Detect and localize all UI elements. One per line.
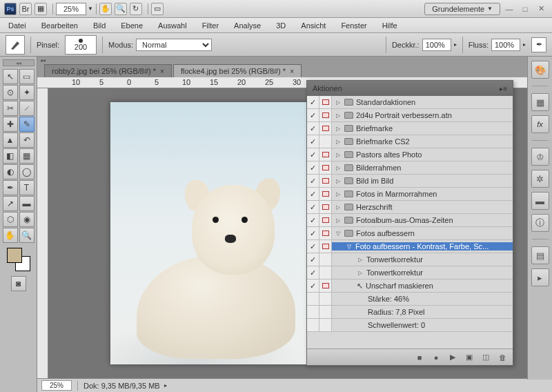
action-toggle[interactable]: ✓ xyxy=(307,266,319,279)
expand-icon[interactable]: ▽ xyxy=(346,244,353,250)
masks-panel-icon[interactable]: ✲ xyxy=(531,170,549,188)
history-panel-icon[interactable]: ▤ xyxy=(531,246,549,264)
expand-icon[interactable]: ▷ xyxy=(335,204,342,210)
action-dialog-toggle[interactable] xyxy=(319,319,332,331)
action-toggle[interactable]: ✓ xyxy=(307,253,319,266)
status-arrow-icon[interactable]: ▸ xyxy=(164,382,167,389)
screen-mode-icon[interactable]: ▭ xyxy=(151,3,164,15)
zoom-status-input[interactable] xyxy=(41,380,72,391)
flow-arrow-icon[interactable]: ▸ xyxy=(523,41,526,48)
new-action-button[interactable]: ◫ xyxy=(480,352,492,363)
type-tool[interactable]: T xyxy=(19,180,34,195)
action-row[interactable]: ✓▷Tonwertkorrektur xyxy=(307,266,513,280)
new-set-button[interactable]: ▣ xyxy=(463,352,475,363)
action-toggle[interactable]: ✓ xyxy=(307,201,319,213)
action-dialog-toggle[interactable] xyxy=(319,109,332,121)
menu-ansicht[interactable]: Ansicht xyxy=(298,20,328,31)
menu-auswahl[interactable]: Auswahl xyxy=(155,20,190,31)
action-dialog-toggle[interactable] xyxy=(319,293,332,305)
flow-input[interactable] xyxy=(491,39,520,51)
close-icon[interactable]: × xyxy=(160,68,164,75)
action-label[interactable]: ▷2d4u Portrait verbessern.atn xyxy=(332,111,513,119)
delete-button[interactable]: 🗑 xyxy=(496,352,509,363)
action-label[interactable]: ▽Foto aufbessern - Kontrast, Farbe, Sc..… xyxy=(332,242,513,251)
action-label[interactable]: ▷Bilderrahmen xyxy=(332,164,513,172)
action-label[interactable]: ▷Standardaktionen xyxy=(332,98,513,106)
foreground-swatch[interactable] xyxy=(7,248,22,263)
brush-preview[interactable]: 200 xyxy=(65,35,97,55)
action-row[interactable]: ✓▷Herzschrift xyxy=(307,201,513,214)
action-label[interactable]: ▷Bild im Bild xyxy=(332,177,513,185)
action-dialog-toggle[interactable] xyxy=(319,214,332,226)
hand-tool-icon[interactable]: ✋ xyxy=(99,3,112,15)
tool-preset-icon[interactable] xyxy=(6,35,25,55)
airbrush-icon[interactable]: ✒ xyxy=(531,37,546,52)
action-dialog-toggle[interactable] xyxy=(319,266,332,279)
action-row[interactable]: ✓▷Bilderrahmen xyxy=(307,161,513,175)
expand-icon[interactable]: ▷ xyxy=(335,139,342,145)
action-row[interactable]: ✓▷Briefmarke xyxy=(307,122,513,135)
close-icon[interactable]: × xyxy=(290,68,294,75)
action-dialog-toggle[interactable] xyxy=(319,280,332,292)
adjustments-panel-icon[interactable]: ♔ xyxy=(531,148,549,166)
layout-icon[interactable]: ▦ xyxy=(34,3,47,15)
action-toggle[interactable] xyxy=(307,293,319,305)
action-toggle[interactable]: ✓ xyxy=(307,96,319,108)
action-toggle[interactable]: ✓ xyxy=(307,135,319,148)
menu-bearbeiten[interactable]: Bearbeiten xyxy=(39,20,81,31)
actions-list[interactable]: ✓▷Standardaktionen✓▷2d4u Portrait verbes… xyxy=(307,96,513,349)
action-dialog-toggle[interactable] xyxy=(319,135,332,148)
mode-select[interactable]: Normal xyxy=(136,39,212,51)
menu-bild[interactable]: Bild xyxy=(90,20,108,31)
crop-tool[interactable]: ✂ xyxy=(3,101,18,116)
action-row[interactable]: Stärke: 46% xyxy=(307,293,513,306)
action-label[interactable]: ▷Briefmarke CS2 xyxy=(332,137,513,146)
action-row[interactable]: ✓▷2d4u Portrait verbessern.atn xyxy=(307,109,513,122)
opacity-arrow-icon[interactable]: ▸ xyxy=(454,41,457,48)
heal-tool[interactable]: ✚ xyxy=(3,117,18,132)
expand-icon[interactable]: ▷ xyxy=(335,99,342,106)
action-row[interactable]: ✓▷Fotoalbum-aus-Omas-Zeiten xyxy=(307,214,513,227)
rotate-icon[interactable]: ↻ xyxy=(130,3,142,15)
action-row[interactable]: ✓▷Pastors altes Photo xyxy=(307,148,513,161)
blur-tool[interactable]: ◐ xyxy=(3,164,18,179)
color-swatches[interactable] xyxy=(7,248,30,271)
action-toggle[interactable] xyxy=(307,306,319,318)
action-label[interactable]: ▷Fotoalbum-aus-Omas-Zeiten xyxy=(332,216,513,224)
action-dialog-toggle[interactable] xyxy=(319,175,332,187)
action-row[interactable]: ✓▷Fotos in Marmorrahmen xyxy=(307,188,513,201)
action-row[interactable]: ✓▷Tonwertkorrektur xyxy=(307,253,513,266)
bridge-icon[interactable]: Br xyxy=(19,3,32,15)
stop-button[interactable]: ■ xyxy=(413,352,426,363)
action-row[interactable]: ✓▷Bild im Bild xyxy=(307,175,513,188)
action-toggle[interactable]: ✓ xyxy=(307,148,319,161)
minimize-button[interactable]: — xyxy=(502,4,516,14)
panel-header[interactable]: Aktionen ▸≡ xyxy=(307,81,513,96)
layers-panel-icon[interactable]: ▬ xyxy=(531,192,549,210)
opacity-input[interactable] xyxy=(422,39,451,51)
action-row[interactable]: ✓▷Standardaktionen xyxy=(307,96,513,109)
play-button[interactable]: ▶ xyxy=(446,352,459,363)
menu-datei[interactable]: Datei xyxy=(6,20,29,31)
expand-icon[interactable]: ▷ xyxy=(335,112,342,119)
action-row[interactable]: Radius: 7,8 Pixel xyxy=(307,306,513,319)
menu-filter[interactable]: Filter xyxy=(199,20,221,31)
action-dialog-toggle[interactable] xyxy=(319,240,332,253)
menu-hilfe[interactable]: Hilfe xyxy=(379,20,400,31)
action-label[interactable]: Schwellenwert: 0 xyxy=(332,321,513,329)
expand-icon[interactable]: ▷ xyxy=(335,165,342,171)
action-toggle[interactable]: ✓ xyxy=(307,188,319,200)
action-toggle[interactable]: ✓ xyxy=(307,109,319,121)
action-label[interactable]: ↖Unscharf maskieren xyxy=(332,282,513,291)
doc-handle[interactable]: ◂◂ xyxy=(37,57,552,63)
document-tab[interactable]: flocke4.jpg bei 25% (RGB/8#) *× xyxy=(173,64,302,77)
action-toggle[interactable] xyxy=(307,319,319,331)
action-dialog-toggle[interactable] xyxy=(319,122,332,135)
camera-tool[interactable]: ◉ xyxy=(19,212,34,227)
action-toggle[interactable]: ✓ xyxy=(307,175,319,187)
maximize-button[interactable]: □ xyxy=(518,4,532,14)
dodge-tool[interactable]: ◯ xyxy=(19,164,34,179)
action-dialog-toggle[interactable] xyxy=(319,227,332,239)
menu-fenster[interactable]: Fenster xyxy=(338,20,369,31)
swatches-panel-icon[interactable]: ▦ xyxy=(531,93,549,111)
